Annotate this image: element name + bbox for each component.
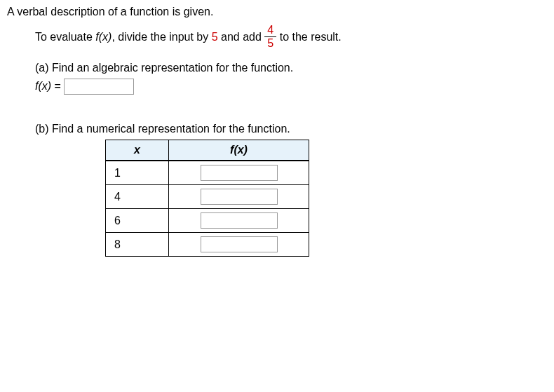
header-x: x [106,140,169,161]
desc-part1: To evaluate [35,31,95,43]
divisor-value: 5 [212,31,218,43]
fx-cell [169,185,309,209]
added-fraction: 4 5 [264,24,276,49]
fx-input-4[interactable] [201,236,278,252]
x-value: 1 [106,161,169,185]
x-value: 4 [106,185,169,209]
part-a-equation: f(x) = [35,79,547,95]
algebraic-input[interactable] [64,79,134,95]
fx-cell [169,209,309,233]
fx-input-2[interactable] [201,189,278,205]
fx-cell [169,233,309,257]
desc-part4: to the result. [280,31,342,43]
fx-lhs: f(x) [35,80,51,92]
fraction-numerator: 4 [264,24,276,36]
desc-part2: , divide the input by [112,31,211,43]
header-fx: f(x) [169,140,309,161]
fraction-denominator: 5 [264,36,276,50]
part-a-label: (a) Find an algebraic representation for… [35,62,547,74]
part-b-label: (b) Find a numerical representation for … [35,123,547,135]
fx-symbol: f(x) [95,31,112,43]
intro-text: A verbal description of a function is gi… [7,6,547,18]
numerical-table: x f(x) 1 4 6 8 [105,140,309,257]
table-row: 6 [106,209,309,233]
equals-sign: = [51,80,64,92]
fx-input-3[interactable] [201,212,278,229]
x-value: 6 [106,209,169,233]
desc-part3: and add [218,31,265,43]
x-value: 8 [106,233,169,257]
table-row: 1 [106,161,309,185]
table-row: 4 [106,185,309,209]
function-description: To evaluate f(x), divide the input by 5 … [35,25,547,50]
fx-cell [169,161,309,185]
fx-input-1[interactable] [201,165,278,181]
table-row: 8 [106,233,309,257]
